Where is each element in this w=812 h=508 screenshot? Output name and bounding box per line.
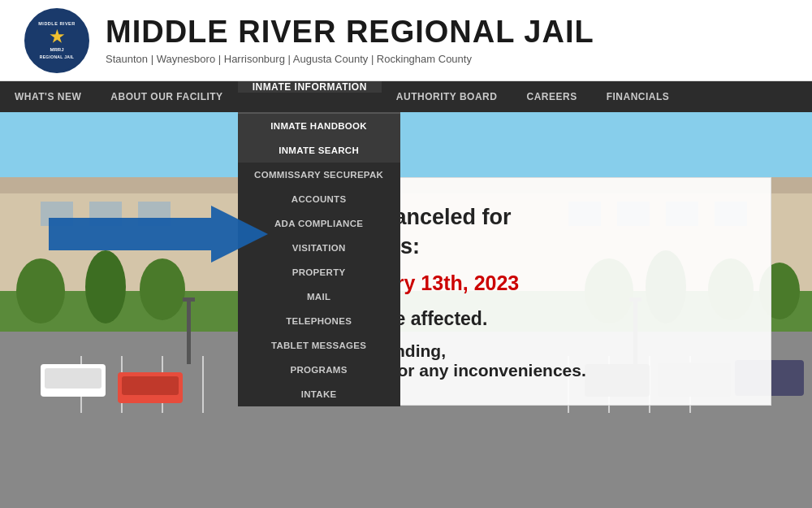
site-subtitle: Staunton | Waynesboro | Harrisonburg | A…	[106, 53, 594, 65]
logo-text-bottom: REGIONAL JAIL	[40, 54, 74, 59]
nav-item-inmate-wrapper: INMATE INFORMATION INMATE HANDBOOK INMAT…	[238, 81, 382, 112]
logo-star-icon: ★	[38, 27, 75, 46]
site-logo: MIDDLE RIVER ★ MRRJ REGIONAL JAIL	[24, 8, 89, 73]
nav-item-about[interactable]: ABOUT OUR FACILITY	[96, 81, 237, 112]
header-title-block: MIDDLE RIVER REGIONAL JAIL Staunton | Wa…	[106, 15, 594, 65]
dropdown-mail[interactable]: MAIL	[238, 284, 400, 309]
logo-abbr: MRRJ	[50, 47, 63, 52]
site-header: MIDDLE RIVER ★ MRRJ REGIONAL JAIL MIDDLE…	[0, 0, 812, 81]
dropdown-commissary[interactable]: COMMISSARY SECUREPAK	[238, 163, 400, 187]
dropdown-handbook[interactable]: INMATE HANDBOOK	[238, 114, 400, 138]
logo-text-top: MIDDLE RIVER	[38, 21, 75, 26]
nav-item-whats-new[interactable]: WHAT'S NEW	[0, 81, 96, 112]
svg-rect-30	[122, 376, 179, 395]
dropdown-tablet[interactable]: TABLET MESSAGES	[238, 333, 400, 358]
svg-rect-34	[187, 299, 191, 364]
main-navbar: WHAT'S NEW ABOUT OUR FACILITY INMATE INF…	[0, 81, 812, 112]
dropdown-telephones[interactable]: TELEPHONES	[238, 309, 400, 333]
svg-rect-28	[45, 368, 102, 389]
site-title: MIDDLE RIVER REGIONAL JAIL	[106, 15, 594, 50]
dropdown-intake[interactable]: INTAKE	[238, 382, 400, 406]
nav-item-careers[interactable]: CAREERS	[512, 81, 591, 112]
dropdown-programs[interactable]: PROGRAMS	[238, 358, 400, 382]
svg-point-11	[16, 258, 65, 323]
dropdown-search[interactable]: INMATE SEARCH	[238, 138, 400, 163]
pointer-arrow	[49, 206, 268, 263]
nav-item-financials[interactable]: FINANCIALS	[592, 81, 685, 112]
main-content-area: has been canceled for llowing days: 023 …	[0, 112, 812, 508]
svg-marker-38	[49, 206, 268, 263]
dropdown-property[interactable]: PROPERTY	[238, 260, 400, 284]
nav-item-authority[interactable]: AUTHORITY BOARD	[382, 81, 512, 112]
nav-item-inmate-info[interactable]: INMATE INFORMATION	[238, 81, 382, 93]
svg-rect-35	[183, 297, 195, 302]
svg-point-13	[140, 258, 185, 320]
